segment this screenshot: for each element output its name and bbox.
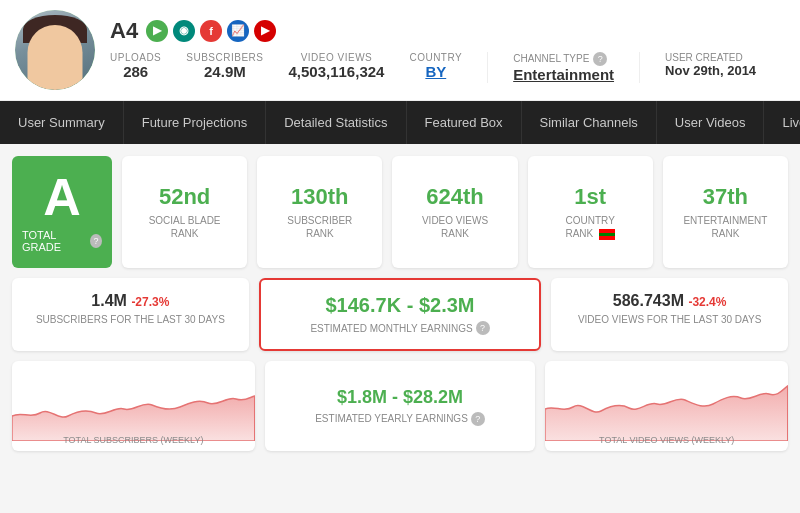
subscribers-chart-label: TOTAL SUBSCRIBERS (WEEKLY) (63, 435, 203, 445)
subscribers-chart (12, 361, 255, 441)
nav-item-featured-box[interactable]: Featured Box (407, 101, 522, 144)
ig-icon[interactable]: ◉ (173, 20, 195, 42)
nav-bar: User Summary Future Projections Detailed… (0, 101, 800, 144)
grade-card: A TOTAL GRADE ? (12, 156, 112, 268)
channel-name: A4 (110, 18, 138, 44)
nav-item-similar-channels[interactable]: Similar Channels (522, 101, 657, 144)
monthly-earnings-card: $146.7K - $2.3M ESTIMATED MONTHLY EARNIN… (259, 278, 542, 351)
channel-type: CHANNEL TYPE ? Entertainment (513, 52, 614, 83)
stats-cards-row: 1.4M -27.3% SUBSCRIBERS FOR THE LAST 30 … (12, 278, 788, 351)
nav-item-future-projections[interactable]: Future Projections (124, 101, 267, 144)
video-views-stat: VIDEO VIEWS 4,503,116,324 (288, 52, 384, 80)
yearly-earnings-card: $1.8M - $28.2M ESTIMATED YEARLY EARNINGS… (265, 361, 536, 451)
video-views-30-card: 586.743M -32.4% VIDEO VIEWS FOR THE LAST… (551, 278, 788, 351)
nav-item-user-summary[interactable]: User Summary (0, 101, 124, 144)
rank-number-1: 52nd (159, 184, 210, 210)
user-created: USER CREATED Nov 29th, 2014 (665, 52, 756, 78)
page-header: A4 ▶ ◉ f 📈 ▶ UPLOADS 286 SUBSCRIBERS 24.… (0, 0, 800, 101)
channel-icons: ▶ ◉ f 📈 ▶ (146, 20, 276, 42)
main-content: A TOTAL GRADE ? 52nd SOCIAL BLADERANK 13… (0, 144, 800, 463)
rank-video-views: 624th VIDEO VIEWSRANK (392, 156, 517, 268)
tw-icon[interactable]: 📈 (227, 20, 249, 42)
rank-desc-3: VIDEO VIEWSRANK (422, 214, 488, 240)
subscribers-chart-card: TOTAL SUBSCRIBERS (WEEKLY) (12, 361, 255, 451)
rank-social-blade: 52nd SOCIAL BLADERANK (122, 156, 247, 268)
nav-item-detailed-statistics[interactable]: Detailed Statistics (266, 101, 406, 144)
subscribers-30-card: 1.4M -27.3% SUBSCRIBERS FOR THE LAST 30 … (12, 278, 249, 351)
yt-icon[interactable]: ▶ (146, 20, 168, 42)
country-flag-icon (599, 229, 615, 240)
rank-desc-1: SOCIAL BLADERANK (149, 214, 221, 240)
subscribers-30-value: 1.4M -27.3% (26, 292, 235, 310)
rank-desc-2: SUBSCRIBERRANK (287, 214, 352, 240)
rank-number-2: 130th (291, 184, 348, 210)
nav-item-user-videos[interactable]: User Videos (657, 101, 765, 144)
rank-entertainment: 37th ENTERTAINMENTRANK (663, 156, 788, 268)
video-views-30-value: 586.743M -32.4% (565, 292, 774, 310)
rank-number-3: 624th (426, 184, 483, 210)
channel-type-help-icon[interactable]: ? (593, 52, 607, 66)
yearly-earnings-value: $1.8M - $28.2M (337, 387, 463, 408)
fb-icon[interactable]: f (200, 20, 222, 42)
chart-row: TOTAL SUBSCRIBERS (WEEKLY) $1.8M - $28.2… (12, 361, 788, 451)
monthly-earnings-help-icon[interactable]: ? (476, 321, 490, 335)
rank-number-4: 1st (574, 184, 606, 210)
subscribers-stat: SUBSCRIBERS 24.9M (186, 52, 263, 80)
nav-item-live-subscribers[interactable]: Live Subscri... (764, 101, 800, 144)
rank-row: A TOTAL GRADE ? 52nd SOCIAL BLADERANK 13… (12, 156, 788, 268)
rank-subscriber: 130th SUBSCRIBERRANK (257, 156, 382, 268)
grade-help-icon[interactable]: ? (90, 234, 102, 248)
monthly-earnings-value: $146.7K - $2.3M (275, 294, 526, 317)
avatar (15, 10, 95, 90)
yt2-icon[interactable]: ▶ (254, 20, 276, 42)
yearly-earnings-label: ESTIMATED YEARLY EARNINGS ? (315, 412, 485, 426)
video-views-chart-card: TOTAL VIDEO VIEWS (WEEKLY) (545, 361, 788, 451)
monthly-earnings-label: ESTIMATED MONTHLY EARNINGS ? (275, 321, 526, 335)
rank-desc-5: ENTERTAINMENTRANK (683, 214, 767, 240)
subscribers-30-label: SUBSCRIBERS FOR THE LAST 30 DAYS (26, 314, 235, 325)
uploads-stat: UPLOADS 286 (110, 52, 161, 80)
grade-label: TOTAL GRADE ? (22, 229, 102, 253)
yearly-earnings-help-icon[interactable]: ? (471, 412, 485, 426)
video-views-chart-label: TOTAL VIDEO VIEWS (WEEKLY) (599, 435, 734, 445)
rank-desc-4: COUNTRYRANK (565, 214, 615, 240)
country-stat: COUNTRY BY (409, 52, 462, 80)
rank-country: 1st COUNTRYRANK (528, 156, 653, 268)
video-views-chart (545, 361, 788, 441)
grade-letter: A (43, 171, 81, 223)
channel-info: A4 ▶ ◉ f 📈 ▶ UPLOADS 286 SUBSCRIBERS 24.… (110, 18, 785, 83)
rank-number-5: 37th (703, 184, 748, 210)
video-views-30-label: VIDEO VIEWS FOR THE LAST 30 DAYS (565, 314, 774, 325)
